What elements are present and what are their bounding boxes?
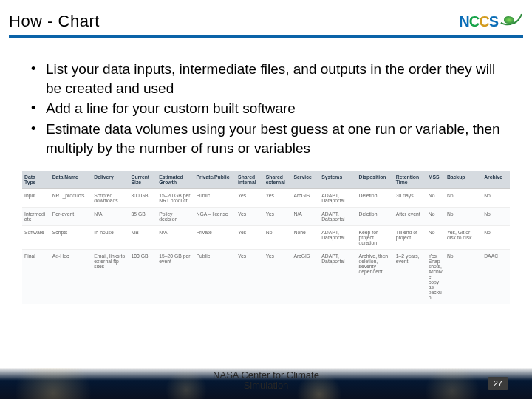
table-cell: Intermediate <box>22 208 50 226</box>
table-cell: Final <box>22 250 50 304</box>
table-cell: 1–2 years, event <box>394 250 426 304</box>
table-cell: N/A <box>157 226 194 250</box>
table-row: SoftwareScriptsIn-houseMBN/APrivateYesNo… <box>22 226 510 250</box>
table-cell: Input <box>22 189 50 208</box>
table-cell: Software <box>22 226 50 250</box>
table-cell: No <box>445 250 482 304</box>
table-cell: 300 GB <box>129 189 157 208</box>
table-cell: N/A <box>292 208 320 226</box>
col-header: Systems <box>319 171 356 189</box>
col-header: Archive <box>482 171 510 189</box>
table-cell: N/A <box>92 208 129 226</box>
table-cell: Yes <box>264 208 292 226</box>
table-cell: ADAPT, Dataportal <box>319 189 356 208</box>
table-cell: Deletion <box>356 208 393 226</box>
table-cell: Public <box>194 189 236 208</box>
col-header: Shared external <box>264 171 292 189</box>
table-cell: No <box>482 226 510 250</box>
table-cell: Yes, Git or disk to disk <box>445 226 482 250</box>
col-header: Current Size <box>129 171 157 189</box>
table-cell: Private <box>194 226 236 250</box>
table-cell: No <box>482 189 510 208</box>
table-cell: No <box>482 208 510 226</box>
table-cell: No <box>445 208 482 226</box>
slide: How - Chart NCCS List your data inputs, … <box>0 0 532 399</box>
table-cell: Archive, then deletion, severity depende… <box>356 250 393 304</box>
table-cell: In-house <box>92 226 129 250</box>
slide-header: How - Chart NCCS <box>0 0 532 35</box>
table-cell: ADAPT, Dataportal <box>319 226 356 250</box>
col-header: Data Name <box>50 171 92 189</box>
col-header: Estimated Growth <box>157 171 194 189</box>
table-cell: Deletion <box>356 189 393 208</box>
table-cell: Scripts <box>50 226 92 250</box>
table-cell: Email, links to external ftp sites <box>92 250 129 304</box>
table-cell: Ad-Hoc <box>50 250 92 304</box>
table-cell: NRT_products <box>50 189 92 208</box>
table-cell: ADAPT, Dataportal <box>319 250 356 304</box>
col-header: Disposition <box>356 171 393 189</box>
col-header: Delivery <box>92 171 129 189</box>
table-cell: No <box>426 208 445 226</box>
table-cell: No <box>426 189 445 208</box>
table-cell: Yes <box>236 208 264 226</box>
table-cell: No <box>445 189 482 208</box>
table-row: FinalAd-HocEmail, links to external ftp … <box>22 250 510 304</box>
table-cell: 100 GB <box>129 250 157 304</box>
col-header: Service <box>292 171 320 189</box>
col-header: Private/Public <box>194 171 236 189</box>
list-item: List your data inputs, intermediate file… <box>27 60 505 98</box>
table-cell: 15–20 GB per event <box>157 250 194 304</box>
table-cell: Scripted downloads <box>92 189 129 208</box>
col-header: Data Type <box>22 171 50 189</box>
list-item: Add a line for your custom built softwar… <box>27 99 505 118</box>
table-cell: Yes <box>264 250 292 304</box>
table-cell: Yes <box>236 250 264 304</box>
logo-globe-icon <box>501 12 523 31</box>
table-cell: Yes, Snapshots, Archive copy as backup <box>426 250 445 304</box>
col-header: Retention Time <box>394 171 426 189</box>
table-cell: Yes <box>264 189 292 208</box>
table-cell: ArcGIS <box>292 250 320 304</box>
table-row: IntermediatePer-eventN/A35 GBPolicy deci… <box>22 208 510 226</box>
table-cell: Public <box>194 250 236 304</box>
table-cell: ArcGIS <box>292 189 320 208</box>
list-item: Estimate data volumes using your best gu… <box>27 120 505 157</box>
table-cell: 15–20 GB per NRT product <box>157 189 194 208</box>
table-cell: After event <box>394 208 426 226</box>
bullet-list: List your data inputs, intermediate file… <box>0 38 532 165</box>
col-header: Shared internal <box>236 171 264 189</box>
table-cell: Yes <box>236 226 264 250</box>
table-cell: No <box>264 226 292 250</box>
page-title: How - Chart <box>9 12 100 31</box>
table-header-row: Data Type Data Name Delivery Current Siz… <box>22 171 510 189</box>
page-number: 27 <box>488 377 508 390</box>
table-cell: Per-event <box>50 208 92 226</box>
table-cell: Yes <box>236 189 264 208</box>
table-cell: DAAC <box>482 250 510 304</box>
footer-org: NASA Center for Climate Simulation <box>208 370 324 392</box>
data-table: Data Type Data Name Delivery Current Siz… <box>22 171 510 304</box>
table-cell: No <box>426 226 445 250</box>
table-cell: Till end of project <box>394 226 426 250</box>
data-table-wrap: Data Type Data Name Delivery Current Siz… <box>0 165 532 307</box>
nccs-logo: NCCS <box>459 12 523 31</box>
table-cell: Policy decision <box>157 208 194 226</box>
slide-footer: NASA Center for Climate Simulation 27 <box>0 368 532 399</box>
table-cell: 35 GB <box>129 208 157 226</box>
table-cell: MB <box>129 226 157 250</box>
col-header: Backup <box>445 171 482 189</box>
table-cell: None <box>292 226 320 250</box>
table-cell: NGA – license <box>194 208 236 226</box>
logo-text: NCCS <box>459 13 498 30</box>
table-cell: Keep for project duration <box>356 226 393 250</box>
table-cell: ADAPT, Dataportal <box>319 208 356 226</box>
table-cell: 30 days <box>394 189 426 208</box>
table-row: InputNRT_productsScripted downloads300 G… <box>22 189 510 208</box>
col-header: MSS <box>426 171 445 189</box>
